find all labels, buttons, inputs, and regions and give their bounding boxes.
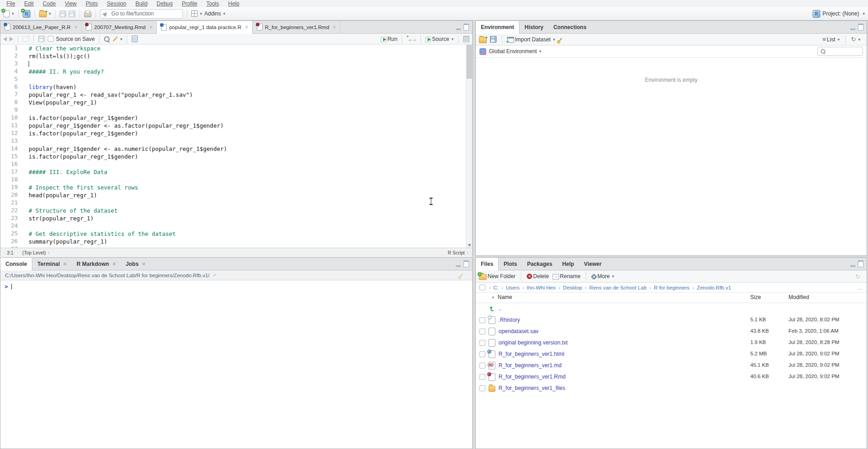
source-on-save-toggle[interactable]: Source on Save [48, 36, 95, 42]
column-name[interactable]: Name [498, 294, 512, 300]
code-editor[interactable]: 1234567891011121314151617181920212223242… [0, 45, 472, 248]
column-modified[interactable]: Modified [788, 294, 809, 300]
env-refresh-button[interactable] [851, 36, 860, 43]
file-name-link[interactable]: R_for_beginners_ver1.md [499, 362, 562, 369]
breadcrumb-item[interactable]: Rens van de Schoot Lab [582, 285, 647, 290]
menu-item-file[interactable]: File [2, 0, 20, 7]
menu-item-plots[interactable]: Plots [81, 0, 103, 7]
forward-icon[interactable] [10, 37, 13, 41]
goto-directory-icon[interactable] [212, 273, 216, 278]
new-folder-button[interactable]: New Folder [479, 273, 515, 280]
menu-item-debug[interactable]: Debug [152, 0, 177, 7]
breadcrumb-item[interactable]: R for beginners [647, 285, 689, 290]
tab-environment-connections[interactable]: Connections [549, 21, 592, 33]
file-row[interactable]: R_for_beginners_ver1_files [476, 383, 867, 394]
file-row[interactable]: .Rhistory5.1 KBJul 28, 2020, 8:02 PM [476, 314, 867, 326]
menu-item-session[interactable]: Session [102, 0, 131, 7]
file-row[interactable]: R_for_beginners_ver1.Rmd40.6 KBJul 28, 2… [476, 371, 867, 383]
tab-console-r-markdown[interactable]: R Markdown× [71, 258, 120, 270]
minimize-icon[interactable] [850, 25, 855, 30]
tab-files-help[interactable]: Help [557, 258, 579, 270]
close-tab-icon[interactable]: × [333, 24, 336, 30]
environment-search-box[interactable] [818, 47, 863, 56]
menu-item-profile[interactable]: Profile [177, 0, 202, 7]
minimize-icon[interactable] [850, 261, 855, 267]
source-tab[interactable]: popular_regr_1 data practice.R× [157, 21, 253, 34]
files-refresh-icon[interactable] [855, 273, 860, 280]
file-name-link[interactable]: R_for_beginners_ver1_files [499, 385, 565, 391]
breadcrumb-item[interactable]: Users [499, 285, 519, 290]
close-tab-icon[interactable]: × [74, 24, 77, 30]
file-type-selector[interactable]: R Script [448, 250, 469, 255]
save-workspace-icon[interactable] [490, 36, 497, 43]
rerun-button[interactable] [407, 36, 416, 42]
file-row[interactable]: original beginning version.txt1.9 KBJul … [476, 337, 867, 349]
menu-item-build[interactable]: Build [131, 0, 152, 7]
source-tab[interactable]: 200613_Lee_Paper_R.R× [0, 21, 82, 33]
file-name-link[interactable]: opendataset.sav [499, 328, 539, 334]
file-checkbox[interactable] [479, 351, 485, 357]
delete-button[interactable]: Delete [527, 273, 549, 279]
maximize-icon[interactable] [858, 260, 863, 267]
menu-item-edit[interactable]: Edit [20, 0, 38, 7]
column-size[interactable]: Size [750, 294, 761, 300]
document-outline-icon[interactable] [463, 36, 469, 42]
editor-code[interactable]: # Clear the workspacerm(list=ls());gc()#… [24, 45, 472, 248]
save-button[interactable] [60, 10, 66, 17]
workspace-panes-button[interactable] [191, 10, 202, 17]
minimize-icon[interactable] [456, 261, 461, 267]
source-button[interactable]: Source [425, 36, 454, 42]
code-tools-button[interactable] [112, 36, 122, 42]
scrollbar-thumb[interactable] [467, 45, 472, 79]
print-button[interactable] [84, 10, 91, 17]
console-output[interactable]: > [0, 280, 472, 290]
editor-scrollbar[interactable] [466, 45, 472, 248]
menu-item-view[interactable]: View [60, 0, 81, 7]
breadcrumb-item[interactable]: Zenodo.Rfb.v1 [689, 285, 731, 290]
project-menu-button[interactable]: Project: (None) [813, 10, 865, 18]
tab-console-terminal[interactable]: Terminal× [32, 258, 71, 270]
sort-ascending-icon[interactable]: ▲ [491, 295, 495, 299]
env-list-view-button[interactable]: List [823, 36, 840, 43]
file-checkbox[interactable] [479, 385, 485, 391]
file-row[interactable]: R_for_beginners_ver1.md45.1 KBJul 28, 20… [476, 360, 867, 371]
file-name-link[interactable]: original beginning version.txt [499, 339, 568, 346]
import-dataset-button[interactable]: Import Dataset [507, 36, 555, 43]
new-file-button[interactable] [3, 10, 14, 17]
file-checkbox[interactable] [479, 329, 485, 334]
tab-environment-history[interactable]: History [519, 21, 548, 33]
scrollbar-down-arrow[interactable] [468, 244, 471, 247]
clear-console-icon[interactable] [459, 274, 463, 277]
source-on-save-checkbox[interactable] [48, 36, 54, 42]
open-file-button[interactable] [39, 10, 51, 17]
maximize-icon[interactable] [858, 24, 863, 30]
file-checkbox[interactable] [479, 363, 485, 369]
select-all-checkbox[interactable] [479, 284, 485, 290]
close-tab-icon[interactable]: × [63, 261, 66, 267]
save-all-button[interactable] [69, 10, 75, 17]
file-checkbox[interactable] [479, 374, 485, 380]
breadcrumb-item[interactable]: C: [486, 285, 499, 290]
file-row[interactable]: R_for_beginners_ver1.html5.2 MBJul 28, 2… [476, 349, 867, 360]
breadcrumb-item[interactable]: Ihn-Whi Heo [519, 285, 556, 290]
popout-icon[interactable] [23, 37, 29, 42]
addins-button[interactable]: Addins [205, 10, 225, 17]
menu-item-code[interactable]: Code [38, 0, 60, 7]
editor-save-icon[interactable] [38, 35, 45, 42]
breadcrumb-item[interactable]: Desktop [556, 285, 582, 290]
source-tab[interactable]: 200707_Meeting.Rmd× [82, 21, 157, 33]
menu-item-help[interactable]: Help [224, 0, 244, 7]
file-name-link[interactable]: .. [499, 305, 502, 312]
file-name-link[interactable]: R_for_beginners_ver1.Rmd [499, 374, 565, 380]
tab-console-console[interactable]: Console [0, 258, 32, 270]
compile-report-icon[interactable] [132, 35, 138, 42]
file-row[interactable]: .. [476, 303, 867, 314]
close-tab-icon[interactable]: × [149, 24, 152, 30]
close-tab-icon[interactable]: × [142, 261, 145, 267]
load-workspace-icon[interactable] [479, 37, 487, 43]
source-tab[interactable]: R_for_beginners_ver1.Rmd× [253, 21, 340, 33]
goto-file-box[interactable] [100, 9, 183, 19]
file-name-link[interactable]: R_for_beginners_ver1.html [499, 351, 564, 357]
more-button[interactable]: More [592, 273, 614, 279]
tab-console-jobs[interactable]: Jobs× [121, 258, 150, 270]
